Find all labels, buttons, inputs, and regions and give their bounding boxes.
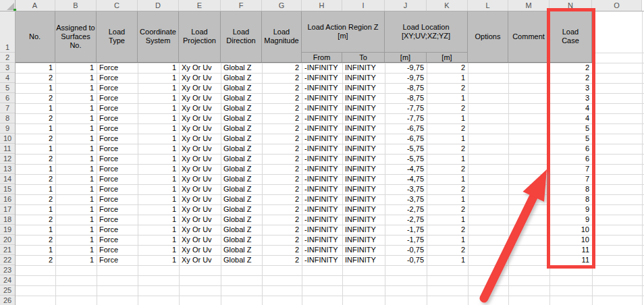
cell-N11[interactable]: 6 [549, 144, 592, 154]
cell-G6[interactable]: 2 [262, 93, 302, 103]
cell-A11[interactable]: 1 [15, 144, 55, 154]
select-all-corner[interactable] [0, 0, 15, 11]
cell-A3[interactable]: 1 [15, 63, 55, 73]
cell-H21[interactable]: -INFINITY [302, 245, 342, 255]
cell-J20[interactable]: -1,75 [385, 235, 427, 245]
cell-C4[interactable]: Force [97, 73, 138, 83]
header-options[interactable]: Options [468, 11, 508, 63]
cell-G4[interactable]: 2 [262, 73, 302, 83]
row-header-10[interactable]: 10 [0, 134, 15, 144]
row-header-9[interactable]: 9 [0, 123, 15, 134]
cell-B13[interactable]: 1 [55, 164, 97, 174]
column-header-N[interactable]: N [549, 0, 592, 11]
cell-E22[interactable]: Xy Or Uv [179, 255, 221, 265]
cell-E8[interactable]: Xy Or Uv [179, 113, 221, 123]
cell-D4[interactable]: 1 [138, 73, 179, 83]
cell-H8[interactable]: -INFINITY [302, 113, 342, 123]
cell-G5[interactable]: 2 [262, 83, 302, 93]
cell-H6[interactable]: -INFINITY [302, 93, 342, 103]
cell-J8[interactable]: -7,75 [385, 113, 427, 123]
cell-E16[interactable]: Xy Or Uv [179, 194, 221, 204]
cell-K14[interactable]: 1 [427, 174, 468, 184]
cell-B14[interactable]: 1 [55, 174, 97, 184]
cell-B10[interactable]: 1 [55, 134, 97, 144]
cell-A17[interactable]: 1 [15, 204, 55, 215]
cell-I11[interactable]: INFINITY [342, 144, 385, 154]
cell-F5[interactable]: Global Z [221, 83, 262, 93]
cell-K3[interactable]: 2 [427, 63, 468, 73]
row-header-8[interactable]: 8 [0, 113, 15, 123]
row-header-18[interactable]: 18 [0, 215, 15, 225]
header-comment[interactable]: Comment [508, 11, 549, 63]
cell-G3[interactable]: 2 [262, 63, 302, 73]
cell-B3[interactable]: 1 [55, 63, 97, 73]
cell-B18[interactable]: 1 [55, 215, 97, 225]
cell-C8[interactable]: Force [97, 113, 138, 123]
cell-I20[interactable]: INFINITY [342, 235, 385, 245]
cell-G16[interactable]: 2 [262, 194, 302, 204]
cell-E14[interactable]: Xy Or Uv [179, 174, 221, 184]
cell-G7[interactable]: 2 [262, 103, 302, 113]
header-coordinate-system[interactable]: Coordinate System [138, 11, 179, 63]
cell-G21[interactable]: 2 [262, 245, 302, 255]
cell-A10[interactable]: 2 [15, 134, 55, 144]
column-header-I[interactable]: I [342, 0, 385, 11]
cell-A13[interactable]: 1 [15, 164, 55, 174]
cell-E18[interactable]: Xy Or Uv [179, 215, 221, 225]
cell-I12[interactable]: INFINITY [342, 154, 385, 164]
cell-J9[interactable]: -6,75 [385, 123, 427, 134]
cell-E17[interactable]: Xy Or Uv [179, 204, 221, 215]
cell-H10[interactable]: -INFINITY [302, 134, 342, 144]
cell-N20[interactable]: 10 [549, 235, 592, 245]
cell-H17[interactable]: -INFINITY [302, 204, 342, 215]
cell-H7[interactable]: -INFINITY [302, 103, 342, 113]
header-load-action-region-z[interactable]: Load Action Region Z [m] [302, 11, 385, 53]
cell-B4[interactable]: 1 [55, 73, 97, 83]
cell-F20[interactable]: Global Z [221, 235, 262, 245]
cell-A16[interactable]: 2 [15, 194, 55, 204]
cell-D13[interactable]: 1 [138, 164, 179, 174]
cell-B7[interactable]: 1 [55, 103, 97, 113]
column-header-B[interactable]: B [55, 0, 97, 11]
cell-B8[interactable]: 1 [55, 113, 97, 123]
cell-A15[interactable]: 1 [15, 184, 55, 194]
cell-N14[interactable]: 7 [549, 174, 592, 184]
row-header-17[interactable]: 17 [0, 204, 15, 215]
cell-G15[interactable]: 2 [262, 184, 302, 194]
cell-N6[interactable]: 3 [549, 93, 592, 103]
cell-F18[interactable]: Global Z [221, 215, 262, 225]
column-header-L[interactable]: L [468, 0, 508, 11]
cell-I14[interactable]: INFINITY [342, 174, 385, 184]
header-location-m-1[interactable]: [m] [385, 53, 427, 63]
cell-D16[interactable]: 1 [138, 194, 179, 204]
cell-K20[interactable]: 1 [427, 235, 468, 245]
cell-E12[interactable]: Xy Or Uv [179, 154, 221, 164]
cell-A22[interactable]: 2 [15, 255, 55, 265]
cell-E15[interactable]: Xy Or Uv [179, 184, 221, 194]
cell-F15[interactable]: Global Z [221, 184, 262, 194]
cell-D6[interactable]: 1 [138, 93, 179, 103]
cell-C15[interactable]: Force [97, 184, 138, 194]
cell-E3[interactable]: Xy Or Uv [179, 63, 221, 73]
cell-D9[interactable]: 1 [138, 123, 179, 134]
cell-H18[interactable]: -INFINITY [302, 215, 342, 225]
cell-F19[interactable]: Global Z [221, 225, 262, 235]
cell-I7[interactable]: INFINITY [342, 103, 385, 113]
cell-D5[interactable]: 1 [138, 83, 179, 93]
cell-N4[interactable]: 2 [549, 73, 592, 83]
cell-B6[interactable]: 1 [55, 93, 97, 103]
cell-K6[interactable]: 1 [427, 93, 468, 103]
cell-C22[interactable]: Force [97, 255, 138, 265]
cell-B12[interactable]: 1 [55, 154, 97, 164]
cell-J14[interactable]: -4,75 [385, 174, 427, 184]
cell-J17[interactable]: -2,75 [385, 204, 427, 215]
cell-K4[interactable]: 1 [427, 73, 468, 83]
cell-K13[interactable]: 2 [427, 164, 468, 174]
cell-D22[interactable]: 1 [138, 255, 179, 265]
cell-C10[interactable]: Force [97, 134, 138, 144]
cell-I16[interactable]: INFINITY [342, 194, 385, 204]
cell-I18[interactable]: INFINITY [342, 215, 385, 225]
row-header-14[interactable]: 14 [0, 174, 15, 184]
cell-J7[interactable]: -7,75 [385, 103, 427, 113]
cell-G9[interactable]: 2 [262, 123, 302, 134]
